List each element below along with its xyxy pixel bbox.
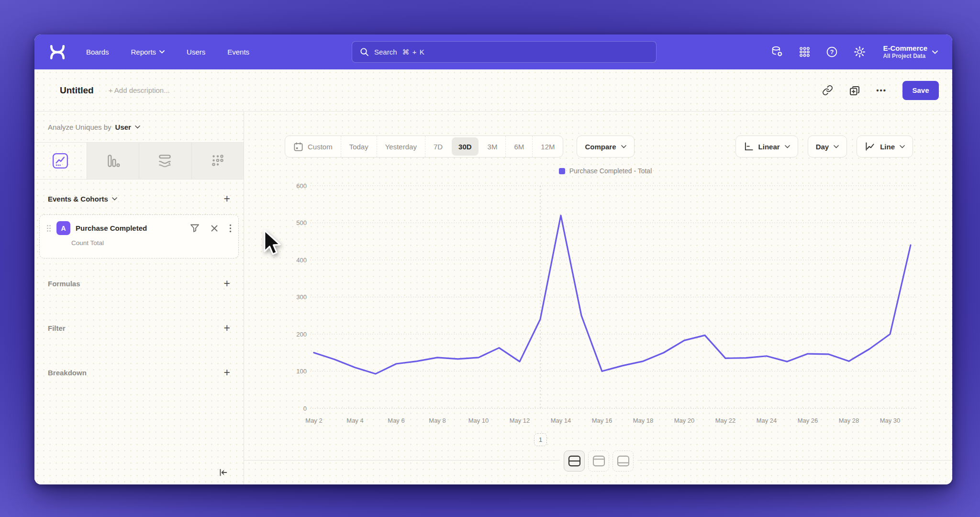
duplicate-icon[interactable] [849, 85, 860, 96]
date-range-selector: Custom Today Yesterday 7D 30D 3M 6M 12M [285, 135, 563, 157]
svg-text:May 18: May 18 [633, 417, 654, 424]
event-card[interactable]: A Purchase Completed Count Total [39, 214, 239, 258]
drag-handle-icon[interactable] [46, 225, 51, 232]
annotation-marker[interactable]: 1 [534, 433, 547, 446]
layout-split-button[interactable] [564, 450, 585, 472]
range-30d-active[interactable]: 30D [452, 137, 479, 156]
formulas-section: Formulas + [34, 274, 244, 293]
svg-text:500: 500 [296, 219, 307, 226]
compare-label: Compare [585, 143, 616, 151]
report-title[interactable]: Untitled [60, 85, 94, 96]
collapse-left-icon [218, 467, 228, 478]
formulas-label: Formulas [48, 280, 80, 288]
range-yesterday[interactable]: Yesterday [377, 136, 425, 157]
retention-dots-icon [210, 153, 226, 169]
svg-text:May 26: May 26 [798, 417, 818, 424]
event-card-row: A Purchase Completed [46, 221, 232, 235]
tab-flows[interactable] [139, 143, 191, 179]
add-description[interactable]: + Add description... [109, 86, 170, 94]
range-label: 12M [541, 143, 555, 151]
search-shortcut: ⌘ + K [402, 48, 425, 56]
layout-top-icon [592, 455, 605, 467]
events-cohorts-label: Events & Cohorts [48, 195, 108, 203]
layout-split-icon [568, 455, 581, 467]
layout-top-button[interactable] [588, 450, 609, 472]
svg-text:400: 400 [296, 257, 307, 264]
chart-type-dropdown[interactable]: Line [857, 135, 913, 157]
nav-item-reports[interactable]: Reports [131, 48, 165, 56]
remove-event-icon[interactable] [211, 225, 218, 232]
line-chart[interactable]: 0100200300400500600May 2May 4May 6May 8M… [273, 181, 938, 442]
range-label: 30D [458, 143, 472, 151]
svg-text:May 16: May 16 [592, 417, 612, 424]
compare-button[interactable]: Compare [577, 135, 634, 157]
granularity-dropdown[interactable]: Day [808, 135, 847, 157]
primary-nav: Boards Reports Users Events [86, 48, 249, 56]
granularity-label: Day [816, 143, 829, 151]
svg-text:300: 300 [296, 293, 307, 301]
range-7d[interactable]: 7D [425, 136, 451, 157]
flows-icon [157, 153, 173, 169]
filter-label: Filter [48, 324, 66, 332]
nav-item-boards[interactable]: Boards [86, 48, 109, 56]
analyze-value-dropdown[interactable]: User [115, 123, 131, 131]
chevron-down-icon [112, 197, 117, 201]
tab-funnels-bars[interactable] [87, 143, 139, 179]
more-vertical-icon[interactable] [229, 224, 232, 233]
add-event-button[interactable]: + [224, 193, 230, 204]
svg-text:May 30: May 30 [880, 417, 901, 424]
layout-bottom-button[interactable] [612, 450, 634, 472]
chevron-down-icon [932, 50, 938, 54]
help-icon[interactable]: ? [825, 45, 838, 58]
chevron-down-icon [834, 145, 839, 148]
nav-item-label: Users [187, 48, 205, 56]
project-name: E-Commerce [883, 44, 927, 53]
apps-grid-icon[interactable] [799, 46, 811, 58]
project-subtitle: All Project Data [883, 53, 927, 60]
nav-item-label: Reports [131, 48, 156, 56]
event-metric[interactable]: Count Total [71, 239, 232, 247]
svg-text:May 4: May 4 [346, 417, 363, 424]
nav-item-users[interactable]: Users [187, 48, 205, 56]
chevron-down-icon [135, 125, 140, 129]
analyze-uniques-row: Analyze Uniques by User [34, 112, 244, 142]
nav-item-label: Events [227, 48, 249, 56]
event-card-icons [190, 224, 232, 233]
collapse-sidebar-button[interactable] [218, 467, 228, 480]
range-custom[interactable]: Custom [285, 136, 341, 157]
mixpanel-logo-icon[interactable] [49, 44, 66, 61]
filter-funnel-icon[interactable] [190, 224, 200, 233]
project-switcher[interactable]: E-Commerce All Project Data [883, 44, 938, 60]
more-actions-button[interactable]: ••• [876, 86, 887, 94]
add-filter-button[interactable]: + [224, 323, 230, 334]
svg-text:May 6: May 6 [388, 417, 404, 424]
content-area: Analyze Uniques by User [34, 112, 952, 484]
range-12m[interactable]: 12M [532, 136, 563, 157]
scale-label: Linear [758, 143, 780, 151]
svg-text:600: 600 [296, 182, 307, 190]
range-today[interactable]: Today [341, 136, 377, 157]
range-3m[interactable]: 3M [479, 136, 506, 157]
app-window: Boards Reports Users Events Search ⌘ + K [34, 34, 952, 484]
chevron-down-icon [785, 145, 790, 148]
tab-insights[interactable] [34, 143, 87, 179]
range-label: Custom [308, 143, 333, 151]
settings-gear-icon[interactable] [853, 45, 866, 58]
search-placeholder: Search [374, 48, 397, 56]
chart-area: 0100200300400500600May 2May 4May 6May 8M… [273, 181, 938, 444]
event-name[interactable]: Purchase Completed [76, 224, 147, 232]
chart-legend[interactable]: Purchase Completed - Total [273, 167, 938, 175]
add-breakdown-button[interactable]: + [224, 367, 230, 378]
add-formula-button[interactable]: + [224, 278, 230, 289]
save-button[interactable]: Save [902, 81, 939, 100]
data-management-icon[interactable] [771, 45, 784, 58]
search-input[interactable]: Search ⌘ + K [352, 41, 657, 63]
tab-retention[interactable] [191, 143, 244, 179]
header-actions: ••• Save [822, 81, 939, 100]
scale-dropdown[interactable]: Linear [735, 135, 798, 157]
range-6m[interactable]: 6M [505, 136, 532, 157]
range-label: 7D [434, 143, 443, 151]
events-cohorts-header[interactable]: Events & Cohorts [48, 195, 117, 203]
nav-item-events[interactable]: Events [227, 48, 249, 56]
copy-link-icon[interactable] [822, 85, 833, 96]
